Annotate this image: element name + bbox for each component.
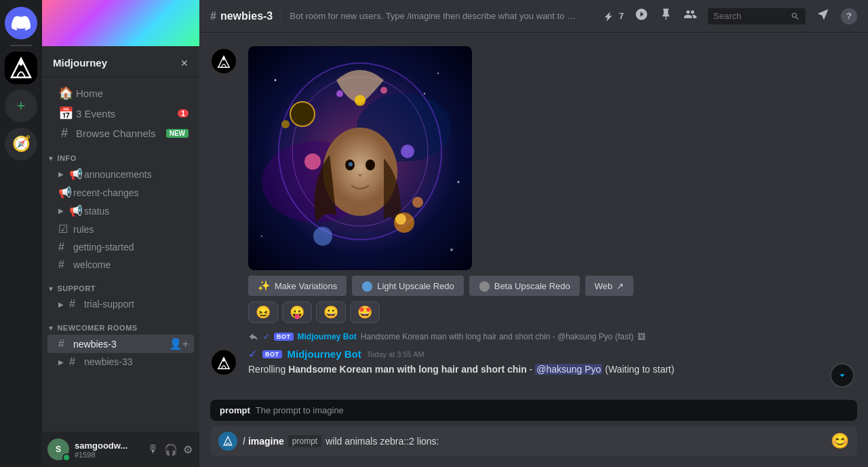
svg-point-19 <box>412 197 423 208</box>
hash-icon: # <box>58 338 69 350</box>
reaction-1[interactable]: 😖 <box>248 301 278 323</box>
sidebar-item-label: Home <box>76 88 103 99</box>
channel-announcements[interactable]: ▶ 📢 announcements <box>47 165 194 183</box>
server-name: Midjourney <box>53 57 107 69</box>
events-icon: 📅 <box>58 106 71 121</box>
svg-point-15 <box>366 160 375 170</box>
svg-point-21 <box>355 95 366 106</box>
reaction-4[interactable]: 🤩 <box>350 301 380 323</box>
gray-circle-icon: ⬤ <box>479 280 490 292</box>
command-name: imagine <box>248 436 284 447</box>
svg-point-3 <box>222 56 225 60</box>
notification-icon[interactable] <box>635 7 648 24</box>
prompt-tooltip: prompt The prompt to imagine <box>210 400 857 421</box>
help-icon[interactable]: ? <box>841 8 857 24</box>
message-group: ✨ Make Variations ⬤ Light Upscale Redo ⬤… <box>199 43 868 326</box>
ref-text: Handsome Korean man with long hair and s… <box>361 332 633 341</box>
midjourney-server-icon[interactable] <box>5 52 37 84</box>
announce-icon: 📢 <box>58 186 69 199</box>
microphone-icon[interactable]: 🎙 <box>146 442 160 457</box>
collapse-arrow-icon: ▶ <box>58 301 64 308</box>
inbox-icon[interactable] <box>816 7 830 24</box>
server-divider <box>10 45 32 46</box>
server-header[interactable]: Midjourney ✕ <box>42 46 199 77</box>
channel-label: announcements <box>84 169 152 180</box>
generated-image[interactable] <box>248 46 472 270</box>
mention-haksung: @haksung Pyo <box>535 364 602 375</box>
hash-icon: # <box>58 241 69 253</box>
light-upscale-redo-button[interactable]: ⬤ Light Upscale Redo <box>352 276 463 296</box>
reaction-2[interactable]: 😛 <box>282 301 312 323</box>
web-button[interactable]: Web ↗ <box>585 276 634 296</box>
message-author-2: Midjourney Bot <box>288 348 361 360</box>
channel-status[interactable]: ▶ 📢 status <box>47 202 194 220</box>
category-arrow-icon: ▼ <box>47 155 54 162</box>
browse-icon: # <box>58 126 71 141</box>
explore-icon[interactable]: 🧭 <box>5 128 37 160</box>
message-body: ✨ Make Variations ⬤ Light Upscale Redo ⬤… <box>248 46 857 323</box>
channel-newbies-3[interactable]: # newbies-3 👤+ <box>47 335 194 353</box>
slash-command: / <box>243 436 245 447</box>
category-newcomer[interactable]: ▼ NEWCOMER ROOMS <box>42 313 199 335</box>
channel-recent-changes[interactable]: 📢 recent-changes <box>47 183 194 202</box>
sparkles-icon: ✨ <box>258 280 271 292</box>
emoji-picker-icon[interactable]: 😊 <box>831 432 849 450</box>
ref-bot-badge: BOT <box>274 333 294 341</box>
pin-icon[interactable] <box>659 7 673 24</box>
sidebar-item-browse[interactable]: # Browse Channels NEW <box>47 124 194 143</box>
command-input[interactable] <box>326 436 831 447</box>
category-info[interactable]: ▼ INFO <box>42 143 199 165</box>
category-support[interactable]: ▼ SUPPORT <box>42 274 199 295</box>
sidebar-item-label: 3 Events <box>76 108 115 119</box>
user-discriminator: #1598 <box>75 451 127 459</box>
headphones-icon[interactable]: 🎧 <box>163 442 179 457</box>
beta-upscale-redo-button[interactable]: ⬤ Beta Upscale Redo <box>469 276 580 296</box>
category-arrow-icon: ▼ <box>47 285 54 293</box>
chat-header: # newbies-3 Bot room for new users. Type… <box>199 0 868 33</box>
external-link-icon: ↗ <box>616 281 624 291</box>
threads-icon[interactable]: 7 <box>604 10 624 23</box>
message-body-2: ✓ BOT Midjourney Bot Today at 3:55 AM Re… <box>248 348 857 377</box>
search-input[interactable] <box>713 11 787 21</box>
check-icon: ☑ <box>58 223 69 236</box>
server-bar: + 🧭 <box>0 0 42 467</box>
add-server-icon[interactable]: + <box>5 90 37 122</box>
search-box[interactable] <box>708 8 806 24</box>
collapse-arrow-icon: ▶ <box>58 207 64 214</box>
members-icon[interactable] <box>684 7 697 24</box>
user-name: samgoodw... <box>75 441 127 451</box>
action-buttons: ✨ Make Variations ⬤ Light Upscale Redo ⬤… <box>248 276 857 296</box>
svg-point-24 <box>275 79 277 81</box>
channel-trial-support[interactable]: ▶ # trial-support <box>47 295 194 313</box>
svg-point-12 <box>281 120 290 128</box>
ref-verified-icon: ✓ <box>263 332 270 341</box>
discord-home-icon[interactable] <box>5 7 37 39</box>
channel-label: status <box>84 206 109 217</box>
svg-point-27 <box>261 236 262 237</box>
prompt-tooltip-text: The prompt to imagine <box>256 405 344 415</box>
channel-newbies-33[interactable]: ▶ # newbies-33 <box>47 353 194 371</box>
message-time-2: Today at 3:55 AM <box>367 350 425 358</box>
channel-getting-started[interactable]: # getting-started <box>47 238 194 256</box>
browse-new-badge: NEW <box>166 129 189 138</box>
sidebar-item-home[interactable]: 🏠 Home <box>47 83 194 103</box>
ref-author[interactable]: Midjourney Bot <box>298 332 357 341</box>
scroll-to-bottom-button[interactable] <box>830 363 854 388</box>
ref-image-icon: 🖼 <box>637 332 646 341</box>
channel-rules[interactable]: ☑ rules <box>47 220 194 238</box>
channel-label: welcome <box>73 259 111 270</box>
settings-icon[interactable]: ⚙ <box>182 442 194 457</box>
svg-point-1 <box>19 59 23 66</box>
collapse-arrow-icon: ▶ <box>58 170 64 178</box>
sidebar-item-events[interactable]: 📅 3 Events 1 <box>47 103 194 124</box>
online-status-icon <box>62 453 71 462</box>
channel-label: trial-support <box>84 299 134 310</box>
header-icons: 7 ? <box>604 7 857 24</box>
reaction-3[interactable]: 😀 <box>316 301 346 323</box>
channel-welcome[interactable]: # welcome <box>47 256 194 274</box>
svg-point-31 <box>395 214 406 225</box>
blue-circle-icon: ⬤ <box>361 280 373 292</box>
add-user-icon[interactable]: 👤+ <box>169 337 189 350</box>
chat-channel-desc: Bot room for new users. Type /imagine th… <box>281 11 579 21</box>
make-variations-button[interactable]: ✨ Make Variations <box>248 276 347 296</box>
